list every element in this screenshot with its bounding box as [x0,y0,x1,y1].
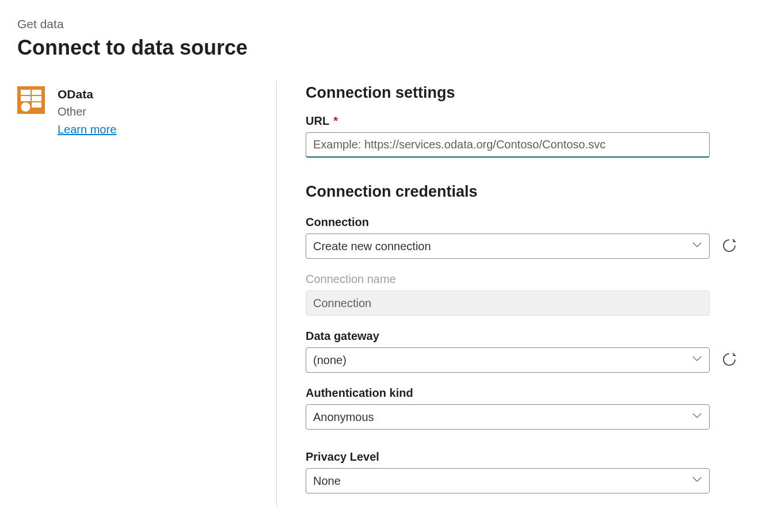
url-label-text: URL [306,114,329,127]
connection-name-field: Connection name [306,273,752,316]
data-gateway-label: Data gateway [306,330,752,343]
connection-name-input [306,290,710,316]
connection-name-label: Connection name [306,273,752,286]
svg-rect-4 [32,96,41,101]
connector-card: OData Other Learn more [17,86,259,136]
refresh-connection-button[interactable] [720,237,738,255]
required-asterisk: * [333,114,338,127]
url-field: URL * [306,114,752,158]
data-gateway-select-value: (none) [313,354,347,367]
page-title: Connect to data source [17,36,752,60]
data-gateway-field: Data gateway (none) [306,330,752,373]
svg-rect-1 [21,90,31,95]
privacy-level-field: Privacy Level None [306,450,752,493]
refresh-icon [721,238,737,255]
privacy-level-select-value: None [313,474,341,488]
authentication-kind-label: Authentication kind [306,386,752,400]
connection-select[interactable]: Create new connection [306,234,710,259]
vertical-divider [276,81,277,507]
chevron-down-icon [692,411,702,424]
refresh-icon [721,351,737,369]
chevron-down-icon [692,240,702,253]
svg-rect-3 [21,96,31,101]
refresh-gateway-button[interactable] [720,351,738,369]
learn-more-link[interactable]: Learn more [58,123,116,136]
authentication-kind-select[interactable]: Anonymous [306,404,710,430]
privacy-level-select[interactable]: None [306,468,710,493]
authentication-kind-select-value: Anonymous [313,411,374,424]
connection-credentials-heading: Connection credentials [306,183,752,201]
svg-point-6 [21,102,31,112]
connector-name: OData [58,86,116,102]
privacy-level-label: Privacy Level [306,450,752,464]
connection-select-value: Create new connection [313,240,431,253]
svg-rect-5 [32,102,41,108]
odata-connector-icon [17,86,45,114]
url-label: URL * [306,114,752,128]
connection-label: Connection [306,216,752,229]
svg-rect-2 [32,90,41,95]
connector-category: Other [58,105,116,118]
breadcrumb: Get data [17,17,752,31]
chevron-down-icon [692,474,702,488]
url-input[interactable] [306,132,710,158]
authentication-kind-field: Authentication kind Anonymous [306,386,752,430]
connection-field: Connection Create new connection [306,216,752,259]
data-gateway-select[interactable]: (none) [306,347,710,373]
chevron-down-icon [692,354,702,367]
connection-settings-heading: Connection settings [306,84,752,102]
